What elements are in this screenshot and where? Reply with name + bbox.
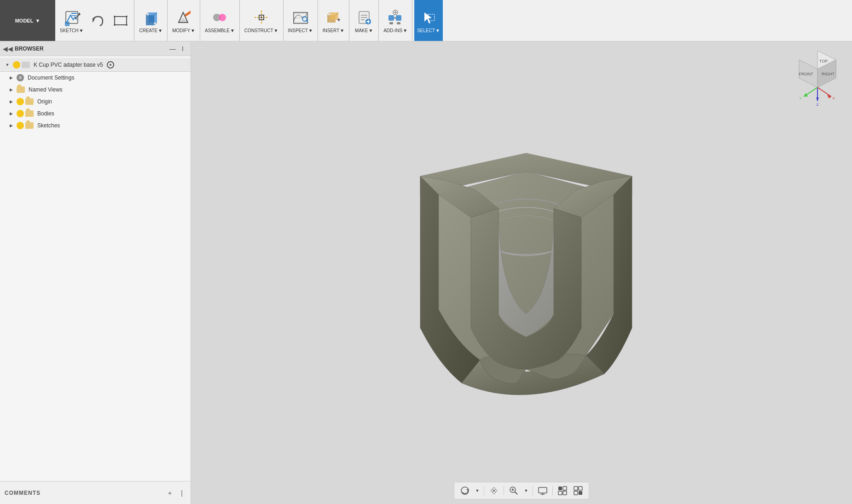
construct-label: CONSTRUCT ▼ <box>244 28 278 33</box>
svg-point-8 <box>126 16 128 17</box>
assemble-section: ASSEMBLE ▼ <box>200 0 240 41</box>
bodies-label: Bodies <box>37 110 54 117</box>
tree-root-arrow: ▼ <box>4 61 11 69</box>
orbit-options-button[interactable]: ▼ <box>474 484 481 497</box>
make-label: MAKE ▼ <box>355 28 373 33</box>
sketch-tool[interactable]: SKETCH ▼ <box>57 0 86 41</box>
construct-icon <box>253 8 270 27</box>
assemble-icon <box>211 8 228 27</box>
minimize-browser-button[interactable]: — <box>168 45 177 53</box>
svg-line-65 <box>515 492 517 494</box>
sketch-section: SKETCH ▼ <box>55 0 134 41</box>
tree: ▼ K Cup PVC adapter base v5 ▶ ⚙ Document… <box>0 56 191 481</box>
doc-settings-arrow: ▶ <box>7 74 15 81</box>
construct-tool[interactable]: CONSTRUCT ▼ <box>242 0 281 41</box>
inspect-label: INSPECT ▼ <box>288 28 313 33</box>
browser-header-left: ◀◀ BROWSER <box>4 45 44 53</box>
rectangle-tool[interactable] <box>109 0 132 41</box>
select-label: SELECT ▼ <box>417 28 440 33</box>
select-tool[interactable]: SELECT ▼ <box>414 0 443 41</box>
svg-text:Y: Y <box>799 96 802 100</box>
orbit-button[interactable] <box>458 484 472 497</box>
undo-tool[interactable] <box>86 0 109 41</box>
named-views-label: Named Views <box>29 86 63 93</box>
addins-tool[interactable]: ADD-INS ▼ <box>381 0 410 41</box>
svg-marker-53 <box>816 97 819 101</box>
tree-item-origin[interactable]: ▶ Origin <box>0 96 191 108</box>
collapse-browser-button[interactable]: ◀◀ <box>4 45 12 53</box>
inspect-icon <box>292 8 309 27</box>
tree-item-sketches[interactable]: ▶ Sketches <box>0 120 191 132</box>
inspect-section: INSPECT ▼ <box>284 0 318 41</box>
insert-section: INSERT ▼ <box>318 0 349 41</box>
display-settings-button[interactable] <box>536 484 550 497</box>
rectangle-icon <box>112 11 129 30</box>
svg-rect-72 <box>563 487 567 490</box>
svg-rect-38 <box>389 22 393 24</box>
svg-rect-74 <box>563 491 567 495</box>
svg-text:RIGHT: RIGHT <box>822 72 835 76</box>
svg-rect-39 <box>397 22 400 24</box>
comments-panel: COMMENTS + | <box>0 481 191 504</box>
insert-tool[interactable]: INSERT ▼ <box>320 0 347 41</box>
modify-tool[interactable]: MODIFY ▼ <box>169 0 198 41</box>
assemble-label: ASSEMBLE ▼ <box>205 28 235 33</box>
addins-icon <box>387 8 404 27</box>
model-label: MODEL <box>15 18 34 23</box>
svg-rect-1 <box>65 22 70 26</box>
undo-icon <box>89 11 106 30</box>
svg-text:TOP: TOP <box>819 59 828 63</box>
root-doc-icon <box>22 62 30 68</box>
grid2-button[interactable] <box>571 484 585 497</box>
sketch-label: SKETCH ▼ <box>60 28 83 33</box>
tree-root-item[interactable]: ▼ K Cup PVC adapter base v5 <box>0 58 191 72</box>
zoom-options-button[interactable]: ▼ <box>522 484 530 497</box>
viewport[interactable]: TOP FRONT RIGHT Z X Y <box>191 41 852 504</box>
pin-browser-button[interactable]: I <box>179 45 187 53</box>
create-tool[interactable]: CREATE ▼ <box>136 0 165 41</box>
browser-header: ◀◀ BROWSER — I <box>0 41 191 56</box>
svg-rect-32 <box>388 15 394 21</box>
select-section: SELECT ▼ <box>412 0 445 41</box>
model-menu-button[interactable]: MODEL ▼ <box>0 0 55 41</box>
inspect-tool[interactable]: INSPECT ▼ <box>285 0 316 41</box>
svg-rect-68 <box>539 487 547 493</box>
named-views-icons <box>17 86 25 93</box>
comments-controls: + | <box>166 489 186 497</box>
zoom-button[interactable] <box>507 484 521 497</box>
svg-rect-12 <box>146 15 154 25</box>
tree-item-bodies[interactable]: ▶ Bodies <box>0 108 191 120</box>
vp-separator-1 <box>484 486 484 495</box>
pan-button[interactable] <box>487 484 501 497</box>
viewcube[interactable]: TOP FRONT RIGHT Z X Y <box>788 46 847 106</box>
add-comment-button[interactable]: + <box>166 489 174 497</box>
browser-title: BROWSER <box>15 46 44 52</box>
origin-arrow: ▶ <box>7 98 15 105</box>
modify-section: MODIFY ▼ <box>168 0 200 41</box>
sketches-label: Sketches <box>37 122 60 129</box>
viewport-toolbar: ▼ ▼ <box>454 482 589 499</box>
create-label: CREATE ▼ <box>139 28 162 33</box>
addins-label: ADD-INS ▼ <box>383 28 407 33</box>
grid-button[interactable] <box>556 484 569 497</box>
sidebar: ◀◀ BROWSER — I ▼ K Cup PVC adapter base … <box>0 41 191 504</box>
sketch-arrow: ▼ <box>79 28 84 33</box>
construct-section: CONSTRUCT ▼ <box>240 0 284 41</box>
sketches-arrow: ▶ <box>7 122 15 129</box>
insert-icon <box>325 8 342 27</box>
bodies-icons <box>17 110 34 117</box>
assemble-tool[interactable]: ASSEMBLE ▼ <box>202 0 238 41</box>
svg-text:X: X <box>832 96 835 100</box>
viewcube-svg: TOP FRONT RIGHT Z X Y <box>788 46 847 106</box>
make-tool[interactable]: MAKE ▼ <box>351 0 377 41</box>
svg-rect-6 <box>115 17 127 25</box>
svg-point-63 <box>493 490 495 492</box>
root-label: K Cup PVC adapter base v5 <box>34 62 103 68</box>
tree-item-named-views[interactable]: ▶ Named Views <box>0 84 191 96</box>
tree-item-doc-settings[interactable]: ▶ ⚙ Document Settings <box>0 72 191 84</box>
insert-label: INSERT ▼ <box>323 28 344 33</box>
bodies-bulb-icon <box>17 110 24 117</box>
svg-rect-73 <box>558 491 562 495</box>
sketches-folder-icon <box>25 122 34 129</box>
vp-separator-3 <box>533 486 533 495</box>
